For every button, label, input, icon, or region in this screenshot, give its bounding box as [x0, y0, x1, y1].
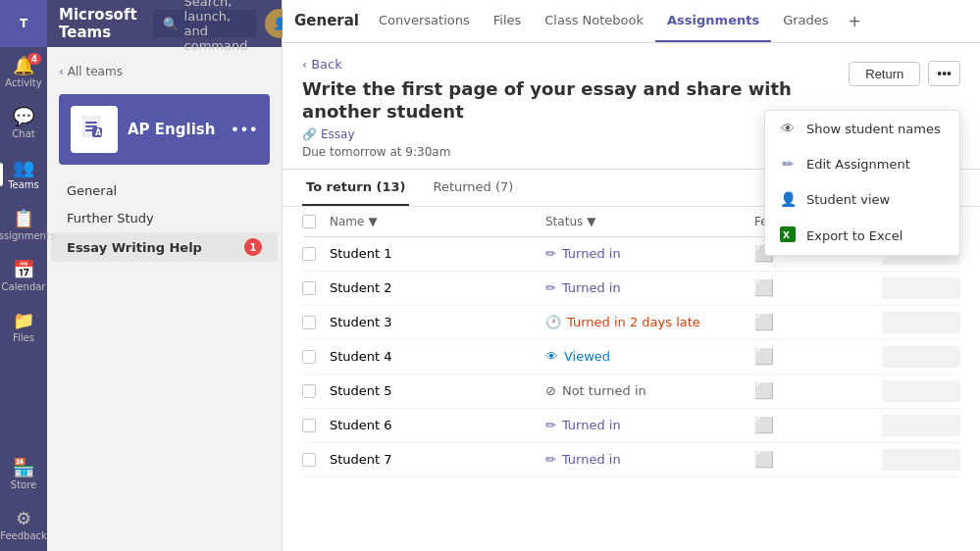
feedback-cell-6[interactable]: ⬜ [754, 416, 882, 434]
channel-essay-writing-help[interactable]: Essay Writing Help 1 [51, 232, 278, 262]
assignments-icon: 📋 [13, 210, 34, 227]
channel-label: Essay Writing Help [67, 240, 202, 255]
svg-rect-3 [85, 125, 97, 127]
row-checkbox-7[interactable] [302, 453, 316, 467]
row-checkbox-4[interactable] [302, 350, 316, 364]
feedback-cell-5[interactable]: ⬜ [754, 381, 882, 400]
nav-item-store[interactable]: 🏪 Store [0, 449, 47, 500]
row-checkbox-6[interactable] [302, 419, 316, 432]
select-all-checkbox[interactable] [302, 215, 316, 228]
essay-tag[interactable]: 🔗 Essay [302, 127, 355, 141]
calendar-icon: 📅 [13, 261, 34, 278]
header-actions: Return ••• [849, 61, 960, 86]
feedback-cell-3[interactable]: ⬜ [754, 313, 882, 331]
dropdown-show-names[interactable]: 👁 Show student names [765, 111, 959, 146]
score-box-7[interactable] [882, 449, 960, 471]
student-name-4: Student 4 [330, 349, 545, 364]
teams-logo-icon: T [12, 12, 35, 35]
feedback-cell-2[interactable]: ⬜ [754, 278, 882, 297]
tab-class-notebook[interactable]: Class Notebook [533, 0, 655, 42]
table-row: Student 7 ✏ Turned in ⬜ [302, 443, 960, 477]
nav-item-assignments[interactable]: 📋 Assignments [0, 200, 47, 251]
feedback-icon-nav: ⚙ [16, 510, 31, 527]
student-status-2: ✏ Turned in [545, 280, 754, 295]
pencil-icon-6: ✏ [545, 418, 556, 432]
add-tab-button[interactable]: + [841, 0, 869, 42]
team-card: A AP English ••• [59, 94, 270, 165]
edit-icon: ✏ [779, 156, 797, 172]
nav-item-files[interactable]: 📁 Files [0, 302, 47, 353]
channel-further-study[interactable]: Further Study [51, 205, 278, 231]
feedback-icon-7: ⬜ [754, 450, 774, 469]
row-checkbox-3[interactable] [302, 316, 316, 329]
score-box-4[interactable] [882, 346, 960, 368]
dropdown-student-view[interactable]: 👤 Student view [765, 181, 959, 217]
score-box-5[interactable] [882, 380, 960, 402]
student-status-6: ✏ Turned in [545, 418, 754, 432]
excel-icon: X [779, 226, 797, 245]
nav-item-feedback[interactable]: ⚙ Feedback [0, 500, 47, 551]
search-bar[interactable]: 🔍 Search, launch, and command [153, 10, 258, 37]
pencil-icon-1: ✏ [545, 246, 556, 261]
nav-label-chat: Chat [12, 128, 34, 139]
nav-item-chat[interactable]: 💬 Chat [0, 98, 47, 149]
score-box-2[interactable] [882, 277, 960, 299]
score-box-6[interactable] [882, 415, 960, 436]
clock-icon-3: 🕐 [545, 315, 561, 329]
more-options-button[interactable]: ••• [928, 61, 960, 86]
status-sort-icon[interactable]: ▼ [587, 215, 595, 228]
student-status-5: ⊘ Not turned in [545, 383, 754, 398]
nav-label-assignments: Assignments [0, 230, 55, 241]
app-logo: T [0, 0, 47, 47]
dropdown-edit-assignment[interactable]: ✏ Edit Assignment [765, 146, 959, 181]
back-button[interactable]: ‹ Back [302, 57, 849, 72]
dropdown-menu: 👁 Show student names ✏ Edit Assignment 👤… [764, 110, 960, 256]
feedback-cell-4[interactable]: ⬜ [754, 347, 882, 366]
tab-assignments[interactable]: Assignments [655, 0, 771, 42]
header-name: Name ▼ [330, 215, 545, 228]
tab-grades[interactable]: Grades [771, 0, 840, 42]
svg-text:A: A [95, 128, 102, 137]
nav-item-calendar[interactable]: 📅 Calendar [0, 251, 47, 302]
student-status-1: ✏ Turned in [545, 246, 754, 261]
student-name-3: Student 3 [330, 315, 545, 329]
tab-conversations[interactable]: Conversations [367, 0, 482, 42]
name-sort-icon[interactable]: ▼ [368, 215, 377, 228]
nav-item-activity[interactable]: 4 🔔 Activity [0, 47, 47, 98]
channel-general[interactable]: General [51, 177, 278, 204]
dropdown-export-excel[interactable]: X Export to Excel [765, 217, 959, 255]
search-placeholder: Search, launch, and command [184, 0, 248, 53]
pencil-icon-7: ✏ [545, 452, 556, 467]
tab-returned[interactable]: Returned (7) [429, 170, 517, 206]
student-table: Name ▼ Status ▼ Feedback / 100 Student 1 [283, 207, 980, 551]
feedback-icon-2: ⬜ [754, 278, 774, 297]
assignment-due: Due tomorrow at 9:30am [302, 145, 450, 159]
show-names-label: Show student names [806, 122, 941, 136]
feedback-cell-7[interactable]: ⬜ [754, 450, 882, 469]
tab-files[interactable]: Files [482, 0, 534, 42]
svg-rect-2 [85, 122, 97, 124]
row-checkbox-2[interactable] [302, 281, 316, 295]
tab-to-return[interactable]: To return (13) [302, 170, 409, 206]
team-more-button[interactable]: ••• [231, 121, 258, 139]
pencil-icon-2: ✏ [545, 280, 556, 295]
name-header-label: Name [330, 215, 364, 228]
return-button[interactable]: Return [849, 62, 920, 86]
row-checkbox-1[interactable] [302, 247, 316, 261]
score-box-3[interactable] [882, 312, 960, 333]
all-teams-link[interactable]: All teams [68, 65, 123, 78]
student-status-4: 👁 Viewed [545, 349, 754, 364]
back-label: Back [311, 57, 342, 72]
student-icon: 👤 [779, 191, 797, 207]
nav-bottom: 🏪 Store ⚙ Feedback [0, 449, 47, 551]
feedback-icon-6: ⬜ [754, 416, 774, 434]
app-title: Microsoft Teams [59, 6, 137, 41]
row-checkbox-5[interactable] [302, 384, 316, 398]
nav-item-teams[interactable]: 👥 Teams [0, 149, 47, 200]
student-status-3: 🕐 Turned in 2 days late [545, 315, 754, 329]
eye-icon-4: 👁 [545, 349, 558, 364]
student-name-6: Student 6 [330, 418, 545, 432]
table-row: Student 2 ✏ Turned in ⬜ [302, 272, 960, 306]
store-icon: 🏪 [13, 459, 34, 476]
channel-name: General [294, 0, 367, 42]
